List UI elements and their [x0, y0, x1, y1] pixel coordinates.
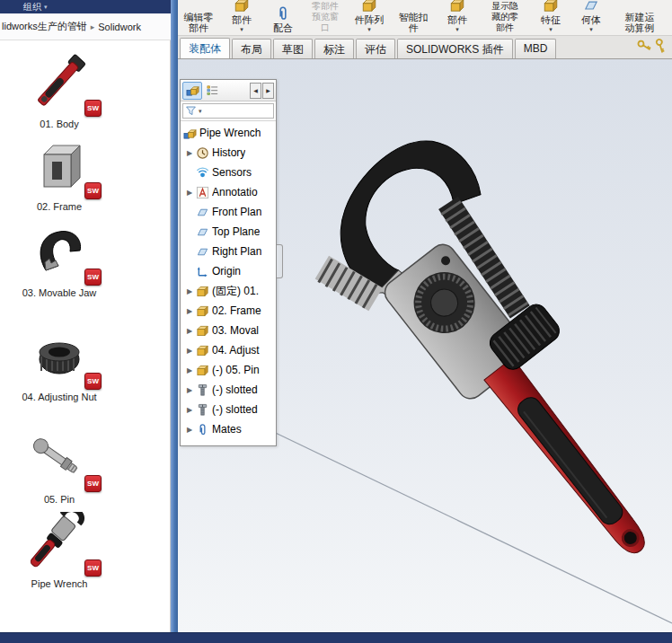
tab-solidworks-addins[interactable]: SOLIDWORKS 插件	[397, 39, 513, 58]
reference-geometry-button[interactable]: 何体 ▾	[573, 0, 609, 36]
component-cube-icon	[234, 0, 250, 13]
panel-splitter-handle[interactable]	[277, 244, 283, 278]
tree-item-label: Pipe Wrench	[199, 127, 261, 139]
mate-button[interactable]: 配合	[264, 0, 302, 36]
expander-icon[interactable]: ▶	[183, 386, 196, 394]
organize-menu[interactable]: 组织	[23, 1, 41, 13]
button-label: 特征	[541, 14, 561, 25]
plane-icon	[196, 225, 209, 239]
expander-icon[interactable]: ▶	[183, 307, 196, 315]
tree-item-movable-jaw-component[interactable]: ▶ 03. Moval	[181, 321, 276, 340]
button-label: 配合	[273, 22, 293, 33]
key-icon[interactable]	[650, 36, 670, 56]
assembly-tab-icon	[186, 84, 199, 97]
tree-item-label: (-) slotted	[212, 383, 258, 396]
annotations-icon	[196, 186, 209, 199]
dropdown-caret-icon: ▾	[455, 26, 459, 33]
button-label: 口	[321, 22, 330, 33]
move-component-button[interactable]: 部件 ▾	[437, 0, 478, 36]
explorer-menubar: 组织 ▾	[0, 0, 171, 13]
file-item-pin[interactable]: SW 05. Pin	[0, 427, 119, 506]
tree-item-label: (-) 05. Pin	[212, 364, 260, 376]
button-label: 部件	[496, 22, 514, 33]
new-motion-study-button[interactable]: 新建运 动算例	[613, 0, 667, 36]
file-item-frame[interactable]: SW 02. Frame	[0, 135, 119, 213]
tree-item-label: Right Plan	[212, 245, 261, 258]
breadcrumb-current[interactable]: Solidwork	[98, 22, 141, 32]
file-item-movable-jaw[interactable]: SW 03. Movable Jaw	[0, 221, 119, 299]
file-item-adjusting-nut[interactable]: SW 04. Adjusting Nut	[0, 325, 119, 403]
part-icon	[196, 324, 209, 338]
edit-component-button[interactable]: 编辑零 部件	[178, 0, 219, 36]
file-caption: 01. Body	[16, 119, 102, 130]
window-border	[171, 0, 178, 643]
panel-collapse-left-button[interactable]: ◀	[250, 83, 261, 99]
tab-evaluate[interactable]: 评估	[356, 39, 395, 58]
thumbnail-movable-jaw-part	[28, 221, 91, 284]
tab-sketch[interactable]: 草图	[273, 39, 313, 58]
component-preview-window-button[interactable]: 零部件 预览窗 口	[304, 0, 347, 36]
button-label: 藏的零	[491, 12, 518, 22]
featuremanager-tree-tab[interactable]	[182, 82, 202, 100]
expander-icon[interactable]: ▶	[183, 406, 196, 414]
tree-item-right-plane[interactable]: Right Plan	[181, 242, 276, 261]
dropdown-caret-icon: ▾	[367, 26, 371, 33]
expander-icon[interactable]: ▶	[183, 426, 196, 434]
button-label: 件阵列	[355, 14, 385, 25]
expander-icon[interactable]: ▶	[183, 366, 196, 374]
breadcrumb-parent[interactable]: lidworks生产的管钳	[2, 20, 87, 33]
thumbnail-adjusting-nut-part	[28, 325, 91, 388]
expander-icon[interactable]: ▶	[183, 189, 196, 197]
tab-assembly[interactable]: 装配体	[180, 38, 230, 58]
filter-input[interactable]: ▾	[182, 103, 274, 119]
tree-item-annotations[interactable]: ▶ Annotatio	[181, 182, 276, 202]
tree-item-body-component[interactable]: ▶ (固定) 01.	[181, 281, 276, 301]
expander-icon[interactable]: ▶	[183, 287, 196, 295]
insert-component-button[interactable]: 部件 ▾	[221, 0, 262, 36]
display-manager-tab[interactable]	[202, 82, 222, 100]
feature-tree: Pipe Wrench ▶ History Sensors ▶ Annotati…	[181, 121, 276, 439]
thumbnail-pin-part	[28, 427, 91, 490]
graphics-viewport[interactable]: ◀ ▶ ▾ Pipe Wrench ▶ History	[178, 59, 672, 632]
assembly-features-button[interactable]: 特征 ▾	[532, 0, 570, 36]
tree-item-top-plane[interactable]: Top Plane	[181, 222, 276, 242]
tree-item-origin[interactable]: Origin	[181, 261, 276, 281]
part-icon	[196, 344, 209, 357]
button-label: 动算例	[625, 22, 655, 33]
tree-item-history[interactable]: ▶ History	[181, 143, 276, 163]
file-caption: 03. Movable Jaw	[16, 287, 102, 299]
tree-item-front-plane[interactable]: Front Plan	[181, 202, 276, 222]
tree-item-slotted-screw-2[interactable]: ▶ (-) slotted	[181, 400, 276, 419]
smart-fasteners-button[interactable]: 智能扣 件	[393, 0, 433, 36]
expander-icon[interactable]: ▶	[183, 347, 196, 355]
feature-manager-header: ◀ ▶	[181, 80, 276, 101]
tab-layout[interactable]: 布局	[232, 39, 271, 58]
panel-collapse-right-button[interactable]: ▶	[262, 83, 274, 99]
tree-item-label: Top Plane	[212, 225, 260, 238]
file-caption: Pipe Wrench	[16, 578, 102, 590]
filter-caret-icon[interactable]: ▾	[199, 108, 202, 115]
button-label: 零部件	[312, 1, 339, 12]
tree-item-frame-component[interactable]: ▶ 02. Frame	[181, 301, 276, 321]
file-item-pipe-wrench[interactable]: SW Pipe Wrench	[0, 512, 119, 590]
tree-item-sensors[interactable]: Sensors	[181, 163, 276, 182]
solidworks-file-badge: SW	[84, 475, 102, 492]
pattern-icon	[361, 0, 377, 13]
tree-item-slotted-screw-1[interactable]: ▶ (-) slotted	[181, 380, 276, 400]
file-caption: 05. Pin	[16, 494, 102, 506]
tab-mbd[interactable]: MBD	[515, 39, 557, 58]
tree-item-mates[interactable]: ▶ Mates	[181, 419, 276, 439]
tab-markup[interactable]: 标注	[314, 39, 354, 58]
expander-icon[interactable]: ▶	[183, 149, 196, 157]
tree-item-adjusting-nut-component[interactable]: ▶ 04. Adjust	[181, 340, 276, 360]
filter-funnel-icon	[185, 105, 197, 117]
file-item-body[interactable]: SW 01. Body	[0, 52, 119, 130]
key-icon[interactable]	[636, 38, 653, 55]
tree-item-assembly-root[interactable]: Pipe Wrench	[181, 123, 276, 143]
tree-item-pin-component[interactable]: ▶ (-) 05. Pin	[181, 360, 276, 380]
tree-item-label: Annotatio	[212, 186, 258, 198]
component-pattern-button[interactable]: 件阵列 ▾	[349, 0, 390, 36]
show-hidden-components-button[interactable]: 显示隐 藏的零 部件	[482, 0, 528, 36]
expander-icon[interactable]: ▶	[183, 327, 196, 335]
part-icon	[196, 285, 209, 298]
